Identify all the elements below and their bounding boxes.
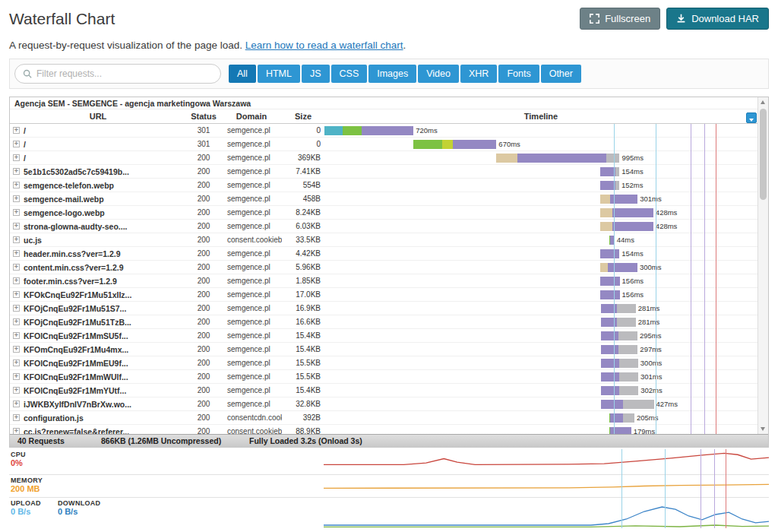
table-row[interactable]: content.min.css?ver=1.2.9200semgence.pl5… [10, 261, 757, 274]
filter-tab-other[interactable]: Other [541, 65, 581, 83]
table-row[interactable]: KFOkCnqEu92Fr1Mu51xIIz...200semgence.pl1… [10, 288, 757, 302]
expand-icon[interactable] [13, 154, 20, 161]
filter-tab-js[interactable]: JS [302, 65, 330, 83]
filter-tab-html[interactable]: HTML [258, 65, 300, 83]
request-time: 428ms [656, 208, 678, 217]
timing-segment-wait [600, 249, 619, 258]
waterfall-help-link[interactable]: Learn how to read a waterfall chart [245, 40, 403, 51]
expand-icon[interactable] [13, 223, 20, 230]
request-url: KFOlCnqEu92Fr1MmWUlf... [10, 372, 186, 382]
request-url: KFOjCnqEu92Fr1Mu51S7... [10, 304, 186, 313]
waterfall-table: Agencja SEM - SEMGENCE - agencja marketi… [9, 97, 769, 448]
expand-icon[interactable] [13, 387, 20, 394]
request-url-text: iJWKBXyIfDnIV7nBrXw.wo... [24, 400, 131, 409]
timeline-options-button[interactable] [746, 112, 757, 123]
fullscreen-icon [590, 14, 599, 24]
upload-label: UPLOAD [11, 499, 58, 507]
summary-loaded: Fully Loaded 3.2s (Onload 3s) [249, 436, 362, 445]
table-row[interactable]: semgence-telefon.webp200semgence.pl554B1… [10, 179, 757, 192]
expand-icon[interactable] [13, 414, 20, 421]
table-row[interactable]: uc.js200consent.cookiebot.com33.5KB44ms [10, 233, 757, 247]
request-size: 17.0KB [282, 290, 324, 299]
vertical-scrollbar[interactable] [757, 97, 768, 434]
expand-icon[interactable] [13, 250, 20, 257]
expand-icon[interactable] [13, 428, 20, 434]
table-header: URL Status Domain Size Timeline [10, 109, 757, 124]
timing-segment-wait [610, 236, 615, 245]
table-row[interactable]: KFOlCnqEu92Fr1MmEU9f...200semgence.pl15.… [10, 356, 757, 370]
table-row[interactable]: cc.js?renew=false&referer...200consent.c… [10, 425, 757, 434]
request-url: footer.min.css?ver=1.2.9 [10, 277, 186, 286]
expand-icon[interactable] [13, 359, 20, 366]
request-status: 200 [186, 249, 221, 258]
request-domain: semgence.pl [221, 318, 282, 326]
request-url: KFOkCnqEu92Fr1Mu51xIIz... [10, 290, 186, 299]
table-row[interactable]: KFOjCnqEu92Fr1Mu51TzB...200semgence.pl16… [10, 315, 757, 329]
expand-icon[interactable] [13, 277, 20, 284]
download-label: Download HAR [691, 13, 759, 24]
table-row[interactable]: semgence-logo.webp200semgence.pl8.24KB42… [10, 206, 757, 220]
table-row[interactable]: KFOlCnqEu92Fr1MmYUtf...200semgence.pl15.… [10, 384, 757, 397]
table-row[interactable]: footer.min.css?ver=1.2.9200semgence.pl1.… [10, 274, 757, 288]
expand-icon[interactable] [13, 182, 20, 188]
table-row[interactable]: iJWKBXyIfDnIV7nBrXw.wo...200semgence.pl3… [10, 397, 757, 411]
request-url-text: KFOlCnqEu92Fr1MmSU5f... [24, 331, 128, 340]
expand-icon[interactable] [13, 127, 20, 134]
table-row[interactable]: /301semgence.pl0720ms [10, 124, 757, 138]
expand-icon[interactable] [13, 373, 20, 380]
expand-icon[interactable] [13, 291, 20, 298]
request-size: 458B [282, 195, 324, 203]
expand-icon[interactable] [13, 332, 20, 339]
table-row[interactable]: semgence-mail.webp200semgence.pl458B301m… [10, 192, 757, 206]
expand-icon[interactable] [13, 168, 20, 175]
table-row[interactable]: strona-glowna-audty-seo....200semgence.p… [10, 220, 757, 233]
table-row[interactable]: 5e1b1c5302ad5c7c59419b...200semgence.pl7… [10, 165, 757, 179]
column-header-size: Size [282, 112, 324, 121]
expand-icon[interactable] [13, 236, 20, 243]
scroll-down-arrow[interactable] [758, 424, 768, 434]
table-row[interactable]: KFOlCnqEu92Fr1MmSU5f...200semgence.pl15.… [10, 329, 757, 343]
filter-tab-images[interactable]: Images [368, 65, 416, 83]
table-row[interactable]: KFOmCnqEu92Fr1Mu4mx...200semgence.pl15.4… [10, 343, 757, 356]
expand-icon[interactable] [13, 141, 20, 147]
scroll-up-arrow[interactable] [758, 97, 768, 107]
expand-icon[interactable] [13, 209, 20, 216]
request-status: 200 [186, 263, 221, 271]
table-row[interactable]: header.min.css?ver=1.2.9200semgence.pl4.… [10, 247, 757, 261]
filter-tab-css[interactable]: CSS [331, 65, 368, 83]
table-row[interactable]: configuration.js200consentcdn.cookieb...… [10, 411, 757, 425]
timing-segment-receive [623, 413, 634, 423]
request-time: 297ms [640, 345, 662, 353]
request-domain: semgence.pl [221, 359, 282, 367]
timing-segment-wait [601, 345, 618, 354]
fullscreen-button[interactable]: Fullscreen [580, 8, 660, 30]
timing-segment-wait [600, 277, 619, 286]
request-timeline: 301ms [324, 370, 757, 383]
filter-tab-fonts[interactable]: Fonts [498, 65, 539, 83]
expand-icon[interactable] [13, 264, 20, 271]
table-row[interactable]: /200semgence.pl369KB995ms [10, 151, 757, 165]
description-period: . [403, 40, 406, 51]
expand-icon[interactable] [13, 318, 20, 325]
table-row[interactable]: KFOjCnqEu92Fr1Mu51S7...200semgence.pl16.… [10, 302, 757, 315]
download-har-button[interactable]: Download HAR [666, 8, 769, 30]
expand-icon[interactable] [13, 401, 20, 407]
expand-icon[interactable] [13, 195, 20, 202]
request-domain: semgence.pl [221, 181, 282, 189]
table-row[interactable]: KFOlCnqEu92Fr1MmWUlf...200semgence.pl15.… [10, 370, 757, 384]
table-row[interactable]: /301semgence.pl0670ms [10, 138, 757, 151]
filter-requests-input[interactable] [36, 68, 213, 79]
request-status: 200 [186, 181, 221, 189]
timing-segment-wait [517, 154, 606, 163]
timing-segment-blocked [600, 263, 608, 272]
expand-icon[interactable] [13, 305, 20, 312]
filter-tab-video[interactable]: Video [418, 65, 459, 83]
request-size: 369KB [282, 154, 324, 162]
scrollbar-thumb[interactable] [760, 109, 767, 200]
request-timeline: 152ms [324, 179, 757, 192]
download-line [324, 507, 769, 525]
filter-tab-xhr[interactable]: XHR [460, 65, 497, 83]
expand-icon[interactable] [13, 346, 20, 353]
upload-value: 0 B/s [11, 507, 58, 517]
filter-tab-all[interactable]: All [229, 65, 256, 83]
